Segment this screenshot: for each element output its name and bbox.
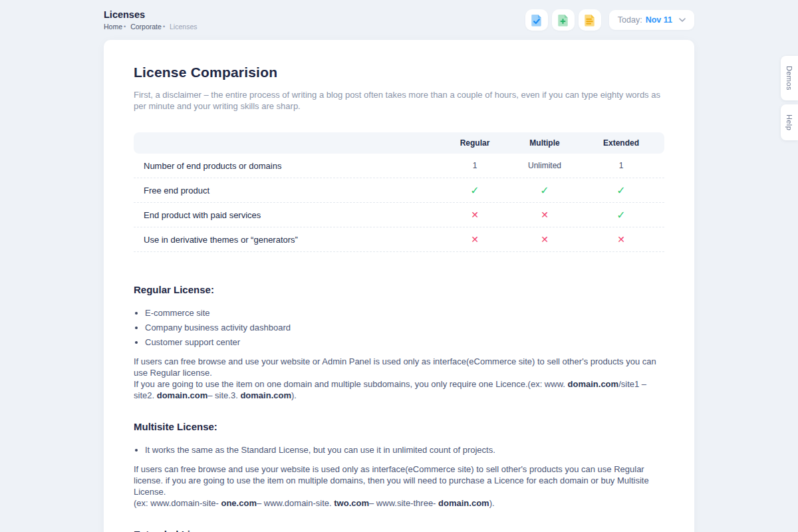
section-paragraph: If users can free browse and use your we…	[134, 464, 664, 509]
cross-icon: ✕	[541, 209, 549, 220]
side-tabs: DemosHelp	[781, 56, 798, 140]
date-picker[interactable]: Today: Nov 11	[609, 10, 694, 30]
bullet-item: Company business activity dashboard	[145, 321, 664, 335]
row-value: ✕	[438, 209, 511, 220]
row-value: Unlimited	[511, 161, 578, 170]
main-card: License Comparision First, a disclaimer …	[104, 40, 694, 532]
breadcrumb-separator: •	[163, 23, 165, 30]
side-tab-help[interactable]: Help	[781, 104, 798, 140]
row-value: ✕	[578, 234, 664, 245]
topbar-right: Today: Nov 11	[525, 9, 694, 31]
check-icon: ✓	[616, 209, 625, 221]
topbar-left: Licenses Home•Corporate•Licenses	[104, 9, 197, 31]
breadcrumb-item: Licenses	[170, 23, 197, 31]
section-bullet-list: It works the same as the Standard Licens…	[134, 443, 664, 458]
row-label: End product with paid services	[134, 210, 438, 220]
table-row: Number of end products or domains1Unlimi…	[134, 154, 664, 178]
side-tab-demos[interactable]: Demos	[781, 56, 798, 100]
date-prefix-label: Today:	[618, 15, 642, 25]
table-row: Free end product✓✓✓	[134, 178, 664, 203]
breadcrumb-separator: •	[124, 23, 126, 30]
cross-icon: ✕	[471, 209, 479, 220]
file-plus-button[interactable]	[552, 9, 575, 31]
file-check-icon	[531, 14, 542, 27]
breadcrumb: Home•Corporate•Licenses	[104, 23, 197, 31]
table-column-header: Extended	[578, 138, 664, 148]
row-value: ✓	[578, 184, 664, 197]
topbar: Licenses Home•Corporate•Licenses	[0, 0, 798, 40]
section-heading: Multisite License:	[134, 421, 664, 432]
file-lines-icon	[584, 14, 595, 27]
table-header-row: RegularMultipleExtended	[134, 132, 664, 154]
license-sections: Regular License:E-commerce siteCompany b…	[134, 284, 664, 532]
file-lines-button[interactable]	[579, 9, 601, 31]
bullet-item: It works the same as the Standard Licens…	[145, 443, 664, 458]
row-value: ✓	[578, 209, 664, 221]
bullet-item: E-commerce site	[145, 306, 664, 321]
cross-icon: ✕	[541, 234, 549, 245]
row-value: 1	[438, 161, 511, 170]
row-label: Free end product	[134, 186, 438, 196]
date-value: Nov 11	[646, 15, 672, 25]
row-value: ✓	[438, 184, 511, 197]
file-plus-icon	[557, 14, 569, 27]
file-check-button[interactable]	[525, 9, 548, 31]
table-row: End product with paid services✕✕✓	[134, 203, 664, 227]
section-paragraph: If users can free browse and use your we…	[134, 356, 664, 401]
row-label: Use in derivative themes or “generators”	[134, 235, 438, 245]
cross-icon: ✕	[617, 234, 625, 245]
bullet-item: Customer support center	[145, 335, 664, 350]
check-icon: ✓	[470, 185, 479, 196]
comparison-table: RegularMultipleExtendedNumber of end pro…	[134, 132, 664, 252]
breadcrumb-item[interactable]: Corporate	[130, 23, 162, 31]
chevron-down-icon	[679, 18, 686, 22]
row-value: ✕	[438, 234, 511, 245]
row-value: ✕	[511, 234, 578, 245]
section-heading: Extended License:	[134, 529, 664, 532]
row-value: 1	[578, 161, 664, 170]
intro-text: First, a disclaimer – the entire process…	[134, 89, 664, 112]
table-column-header: Regular	[438, 138, 511, 148]
page-title: Licenses	[104, 9, 197, 20]
section-heading: Regular License:	[134, 284, 664, 295]
breadcrumb-item[interactable]: Home	[104, 23, 122, 31]
row-value: ✓	[511, 184, 578, 197]
license-section: Extended License:	[134, 529, 664, 532]
license-section: Multisite License:It works the same as t…	[134, 421, 664, 509]
check-icon: ✓	[616, 185, 625, 196]
check-icon: ✓	[540, 185, 549, 196]
section-bullet-list: E-commerce siteCompany business activity…	[134, 306, 664, 350]
row-value: ✕	[511, 209, 578, 220]
license-section: Regular License:E-commerce siteCompany b…	[134, 284, 664, 401]
cross-icon: ✕	[471, 234, 479, 245]
table-row: Use in derivative themes or “generators”…	[134, 227, 664, 252]
table-column-header: Multiple	[511, 138, 578, 148]
row-label: Number of end products or domains	[134, 161, 438, 171]
page-heading: License Comparision	[134, 65, 664, 80]
